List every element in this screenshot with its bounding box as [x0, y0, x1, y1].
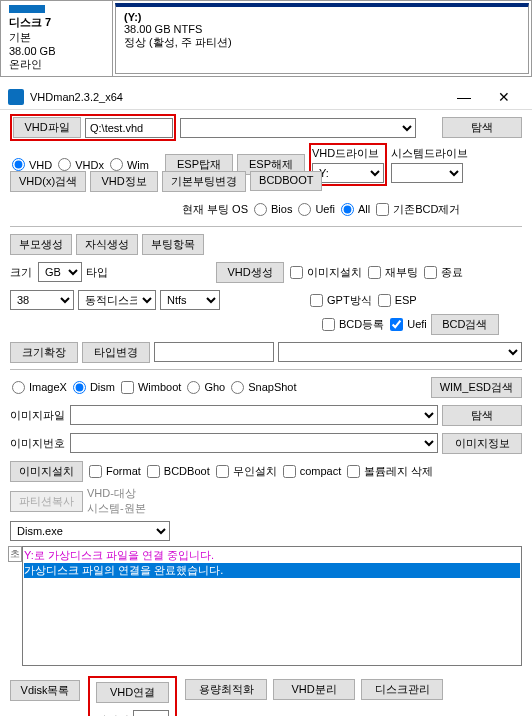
size-unit-select[interactable]: GB [38, 262, 82, 282]
disk-mgmt-button[interactable]: 디스크관리 [361, 679, 443, 700]
radio-vhdx[interactable]: VHDx [56, 158, 104, 171]
size-expand-button[interactable]: 크기확장 [10, 342, 78, 363]
image-install-button[interactable]: 이미지설치 [10, 461, 83, 482]
disk-status: 온라인 [9, 57, 104, 72]
minimize-button[interactable]: — [444, 89, 484, 105]
system-drive-label: 시스템드라이브 [391, 146, 468, 161]
vhd-detach-button[interactable]: VHD분리 [273, 679, 355, 700]
vhd-connect-highlight: VHD연결 파티션 1 Attach [88, 676, 177, 716]
log-label: 초 [8, 546, 22, 562]
vhd-file-value[interactable] [85, 118, 173, 138]
log-line-1: Y:로 가상디스크 파일을 연결 중입니다. [24, 548, 520, 563]
log-line-2: 가상디스크 파일의 연결을 완료했습니다. [24, 563, 520, 578]
disk-bar-icon [9, 5, 45, 13]
radio-all[interactable]: All [339, 203, 370, 216]
bcdboot-button[interactable]: BCDBOOT [250, 171, 322, 191]
radio-dism[interactable]: Dism [71, 381, 115, 394]
image-file-combo[interactable] [70, 405, 438, 425]
radio-gho[interactable]: Gho [185, 381, 225, 394]
image-info-button[interactable]: 이미지정보 [442, 433, 522, 454]
parent-gen-button[interactable]: 부모생성 [10, 234, 72, 255]
optimize-button[interactable]: 용량최적화 [185, 679, 267, 700]
partition-copy-target: VHD-대상 시스템-원본 [87, 486, 146, 516]
partition-label: 파티션 [96, 713, 129, 717]
child-gen-button[interactable]: 자식생성 [76, 234, 138, 255]
partition-copy-button: 파티션복사 [10, 491, 83, 512]
divider-2 [10, 369, 522, 370]
checkbox-img-install[interactable]: 이미지설치 [288, 265, 362, 280]
vhd-info-button[interactable]: VHD정보 [90, 171, 158, 192]
disk-type-select[interactable]: 동적디스크 [78, 290, 156, 310]
radio-imagex[interactable]: ImageX [10, 381, 67, 394]
vdisk-list-button[interactable]: Vdisk목록 [10, 680, 80, 701]
radio-wim[interactable]: Wim [108, 158, 149, 171]
basic-boot-button[interactable]: 기본부팅변경 [162, 171, 246, 192]
vhd-file-highlight: VHD파일 [10, 114, 176, 141]
disk-type: 기본 [9, 30, 104, 45]
vhd-file-combo[interactable] [180, 118, 416, 138]
checkbox-gpt[interactable]: GPT방식 [308, 293, 372, 308]
image-no-combo[interactable] [70, 433, 438, 453]
volume-size: 38.00 GB NTFS [124, 23, 520, 35]
checkbox-format[interactable]: Format [87, 465, 141, 478]
image-file-label: 이미지파일 [10, 408, 66, 423]
type-change-button[interactable]: 타입변경 [82, 342, 150, 363]
vhdx-search-button[interactable]: VHD(x)검색 [10, 171, 86, 192]
bcd-search-button[interactable]: BCD검색 [431, 314, 499, 335]
fs-select[interactable]: Ntfs [160, 290, 220, 310]
disk-summary: 디스크 7 기본 38.00 GB 온라인 [1, 1, 113, 76]
checkbox-uefi2[interactable]: Uefi [388, 318, 427, 331]
vhd-create-button[interactable]: VHD생성 [216, 262, 284, 283]
volume-letter: (Y:) [124, 11, 520, 23]
divider [10, 226, 522, 227]
image-no-label: 이미지번호 [10, 436, 66, 451]
dism-exe-select[interactable]: Dism.exe [10, 521, 170, 541]
vhd-drive-select[interactable]: Y: [312, 163, 384, 183]
disk-size: 38.00 GB [9, 45, 104, 57]
disk-info-panel: 디스크 7 기본 38.00 GB 온라인 (Y:) 38.00 GB NTFS… [0, 0, 532, 77]
boot-item-button[interactable]: 부팅항목 [142, 234, 204, 255]
window-title: VHDman2.3.2_x64 [30, 91, 444, 103]
checkbox-silent[interactable]: 무인설치 [214, 464, 277, 479]
vhd-connect-button[interactable]: VHD연결 [96, 682, 169, 703]
size-value-select[interactable]: 38 [10, 290, 74, 310]
browse-button[interactable]: 탐색 [442, 117, 522, 138]
app-icon [8, 89, 24, 105]
radio-vhd[interactable]: VHD [10, 158, 52, 171]
radio-snapshot[interactable]: SnapShot [229, 381, 296, 394]
wim-esd-search-button[interactable]: WIM_ESD검색 [431, 377, 522, 398]
vhd-file-label: VHD파일 [13, 117, 81, 138]
checkbox-reboot[interactable]: 재부팅 [366, 265, 418, 280]
log-output[interactable]: Y:로 가상디스크 파일을 연결 중입니다. 가상디스크 파일의 연결을 완료했… [22, 546, 522, 666]
checkbox-remove-bcd[interactable]: 기존BCD제거 [374, 202, 460, 217]
size-label: 크기 [10, 265, 34, 280]
checkbox-bcdboot2[interactable]: BCDBoot [145, 465, 210, 478]
close-button[interactable]: ✕ [484, 89, 524, 105]
type-label: 타입 [86, 265, 108, 280]
image-browse-button[interactable]: 탐색 [442, 405, 522, 426]
system-drive-select[interactable] [391, 163, 463, 183]
window-titlebar: VHDman2.3.2_x64 — ✕ [0, 85, 532, 110]
volume-status: 정상 (활성, 주 파티션) [124, 35, 520, 50]
current-boot-os-label: 현재 부팅 OS [182, 202, 248, 217]
checkbox-bcd-reg[interactable]: BCD등록 [320, 317, 384, 332]
disk-volume-area: (Y:) 38.00 GB NTFS 정상 (활성, 주 파티션) [113, 1, 531, 76]
type-change-input[interactable] [154, 342, 274, 362]
checkbox-vol-delete[interactable]: 볼륨레지 삭제 [345, 464, 433, 479]
type-change-combo[interactable] [278, 342, 522, 362]
radio-uefi[interactable]: Uefi [296, 203, 335, 216]
radio-bios[interactable]: Bios [252, 203, 292, 216]
vhd-drive-label: VHD드라이브 [312, 146, 384, 161]
checkbox-exit[interactable]: 종료 [422, 265, 463, 280]
checkbox-wimboot[interactable]: Wimboot [119, 381, 181, 394]
checkbox-compact[interactable]: compact [281, 465, 342, 478]
disk-name: 디스크 7 [9, 15, 104, 30]
checkbox-esp[interactable]: ESP [376, 294, 417, 307]
partition-select[interactable]: 1 [133, 710, 169, 716]
